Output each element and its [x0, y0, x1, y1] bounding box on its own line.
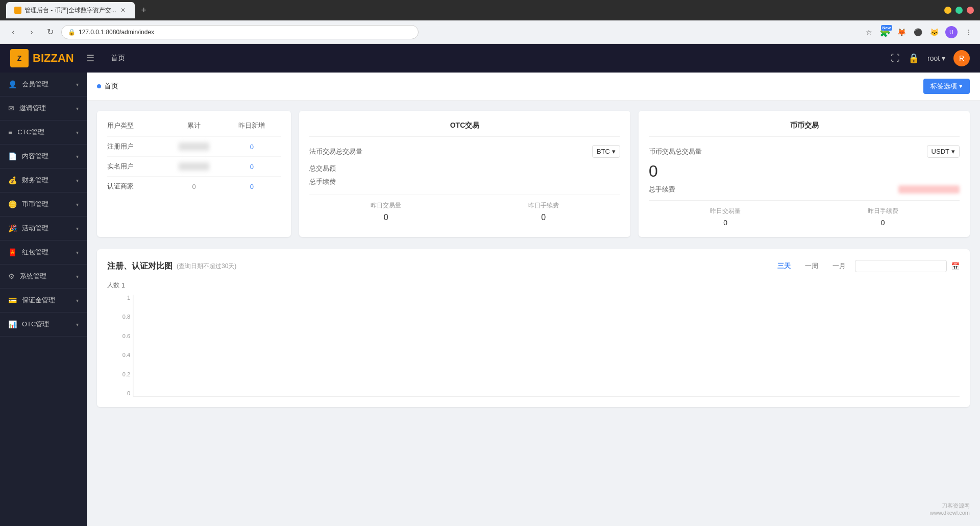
- coin-fee-row: 总手续费: [649, 185, 960, 194]
- merchant-total: 0: [165, 183, 223, 190]
- extension-icon-2[interactable]: 🦊: [896, 27, 906, 37]
- chevron-down-icon-10: ▾: [76, 298, 79, 303]
- minimize-button[interactable]: [944, 7, 951, 14]
- otc-yesterday-volume-label: 昨日交易量: [309, 201, 463, 210]
- sidebar-item-otc[interactable]: 📊 OTC管理 ▾: [0, 313, 87, 337]
- system-icon: ⚙: [8, 272, 15, 280]
- registered-user-label: 注册用户: [107, 142, 165, 151]
- chevron-down-icon-9: ▾: [76, 274, 79, 279]
- chevron-down-icon-2: ▾: [76, 106, 79, 111]
- sidebar-item-activity-label: 活动管理: [22, 224, 48, 233]
- browser-profile[interactable]: U: [945, 26, 958, 38]
- lock-icon[interactable]: 🔒: [908, 53, 919, 64]
- sidebar-item-coin[interactable]: 🪙 币币管理 ▾: [0, 193, 87, 217]
- time-1week-button[interactable]: 一周: [800, 259, 823, 273]
- time-3days-button[interactable]: 三天: [772, 259, 796, 273]
- coin-total-volume-value: 0: [649, 162, 960, 181]
- address-bar[interactable]: 🔒 127.0.0.1:8080/admin/index: [61, 25, 419, 39]
- tab-bar: 管理后台 - 币严|全球数字资产交... ✕ +: [6, 2, 151, 18]
- table-row-registered: 注册用户 0: [107, 136, 281, 156]
- merchant-label: 认证商家: [107, 182, 165, 191]
- coin-yesterday-fee: 昨日手续费 0: [806, 207, 960, 227]
- coin-yesterday-fee-value: 0: [806, 219, 960, 227]
- extension-icon-4[interactable]: 🐱: [929, 27, 939, 37]
- coin-trade-header: 币币交易总交易量 USDT ▾: [649, 145, 960, 158]
- otc-sidebar-icon: 📊: [8, 320, 17, 328]
- sidebar-item-system[interactable]: ⚙ 系统管理 ▾: [0, 265, 87, 289]
- otc-trade-card: OTC交易 法币交易总交易量 BTC ▾ 总交易额 总手续费: [299, 111, 630, 237]
- sidebar-item-member[interactable]: 👤 会员管理 ▾: [0, 73, 87, 97]
- chevron-down-icon-7: ▾: [76, 226, 79, 231]
- sidebar: 👤 会员管理 ▾ ✉ 邀请管理 ▾ ≡ CTC管理 ▾: [0, 73, 87, 526]
- otc-yesterday-fee: 昨日手续费 0: [467, 201, 621, 222]
- coin-icon: 🪙: [8, 200, 17, 208]
- redpacket-icon: 🧧: [8, 248, 17, 256]
- usdt-select-dropdown[interactable]: USDT ▾: [927, 145, 960, 158]
- date-range-input[interactable]: [855, 260, 947, 272]
- tab-close-button[interactable]: ✕: [119, 7, 127, 14]
- sidebar-item-invite[interactable]: ✉ 邀请管理 ▾: [0, 97, 87, 121]
- user-avatar[interactable]: R: [953, 50, 970, 66]
- logo-area: Z BIZZAN: [10, 49, 74, 67]
- stats-row: 用户类型 累计 昨日新增 注册用户 0 实名用户: [97, 111, 970, 237]
- col-new-header: 昨日新增: [223, 121, 281, 130]
- hamburger-menu-button[interactable]: ☰: [84, 51, 96, 66]
- sidebar-item-member-label: 会员管理: [22, 80, 48, 89]
- sidebar-item-otc-label: OTC管理: [22, 320, 49, 329]
- deposit-icon: 💳: [8, 296, 17, 304]
- address-bar-row: ‹ › ↻ 🔒 127.0.0.1:8080/admin/index ☆ 🧩 N…: [0, 20, 980, 44]
- close-button[interactable]: [967, 7, 974, 14]
- coin-fee-blurred-value: [898, 185, 960, 194]
- breadcrumb: 首页: [97, 82, 118, 91]
- tag-options-button[interactable]: 标签选项 ▾: [923, 79, 970, 94]
- back-button[interactable]: ‹: [6, 25, 20, 39]
- otc-yesterday-fee-label: 昨日手续费: [467, 201, 621, 210]
- active-tab[interactable]: 管理后台 - 币严|全球数字资产交... ✕: [6, 2, 135, 18]
- sidebar-item-content-label: 内容管理: [22, 152, 48, 161]
- bookmark-icon[interactable]: ☆: [864, 27, 874, 37]
- time-1month-button[interactable]: 一月: [827, 259, 851, 273]
- dashboard-content: 用户类型 累计 昨日新增 注册用户 0 实名用户: [87, 101, 980, 417]
- coin-trade-card-title: 币币交易: [649, 121, 960, 137]
- otc-fee-label: 总手续费: [309, 177, 336, 186]
- y-axis-label: 人数 1: [107, 281, 125, 290]
- coin-select-dropdown[interactable]: BTC ▾: [592, 145, 620, 158]
- chevron-down-icon-4: ▾: [76, 154, 79, 159]
- content-area: 首页 标签选项 ▾ 用户类型 累计 昨日新增: [87, 73, 980, 526]
- browser-menu-icon[interactable]: ⋮: [964, 27, 974, 37]
- chart-title: 注册、认证对比图: [107, 261, 173, 272]
- sidebar-item-coin-label: 币币管理: [22, 200, 48, 209]
- sidebar-item-content[interactable]: 📄 内容管理 ▾: [0, 145, 87, 169]
- content-icon: 📄: [8, 152, 17, 160]
- coin-yesterday-fee-label: 昨日手续费: [806, 207, 960, 216]
- chevron-down-icon: ▾: [76, 82, 79, 87]
- otc-volume-label: 法币交易总交易量: [309, 147, 362, 156]
- tab-favicon-icon: [14, 7, 21, 14]
- main-layout: 👤 会员管理 ▾ ✉ 邀请管理 ▾ ≡ CTC管理 ▾: [0, 73, 980, 526]
- new-tab-button[interactable]: +: [137, 3, 151, 17]
- sidebar-item-ctc[interactable]: ≡ CTC管理 ▾: [0, 121, 87, 145]
- table-row-merchant: 认证商家 0 0: [107, 176, 281, 196]
- forward-button[interactable]: ›: [24, 25, 39, 39]
- extension-icon-1[interactable]: 🧩 New: [880, 27, 890, 37]
- chart-controls: 三天 一周 一月 📅: [772, 259, 960, 273]
- verified-user-label: 实名用户: [107, 162, 165, 171]
- maximize-button[interactable]: [955, 7, 963, 14]
- otc-yesterday-fee-value: 0: [467, 213, 621, 222]
- usdt-selected-value: USDT: [932, 148, 949, 155]
- sidebar-item-ctc-label: CTC管理: [17, 128, 44, 137]
- member-icon: 👤: [8, 80, 17, 88]
- extension-icon-3[interactable]: ⚫: [913, 27, 923, 37]
- coin-yesterday-volume-value: 0: [649, 219, 802, 227]
- refresh-button[interactable]: ↻: [43, 25, 57, 39]
- sidebar-item-redpacket[interactable]: 🧧 红包管理 ▾: [0, 241, 87, 265]
- user-name[interactable]: root ▾: [927, 54, 945, 62]
- sidebar-item-deposit[interactable]: 💳 保证金管理 ▾: [0, 289, 87, 313]
- chart-section: 注册、认证对比图 (查询日期不超过30天) 三天 一周 一月 📅: [97, 249, 970, 407]
- fullscreen-icon[interactable]: ⛶: [891, 53, 900, 64]
- sidebar-item-invite-label: 邀请管理: [19, 104, 46, 113]
- chevron-down-icon-6: ▾: [76, 202, 79, 207]
- breadcrumb-text: 首页: [104, 82, 118, 91]
- sidebar-item-finance[interactable]: 💰 财务管理 ▾: [0, 169, 87, 193]
- sidebar-item-activity[interactable]: 🎉 活动管理 ▾: [0, 217, 87, 241]
